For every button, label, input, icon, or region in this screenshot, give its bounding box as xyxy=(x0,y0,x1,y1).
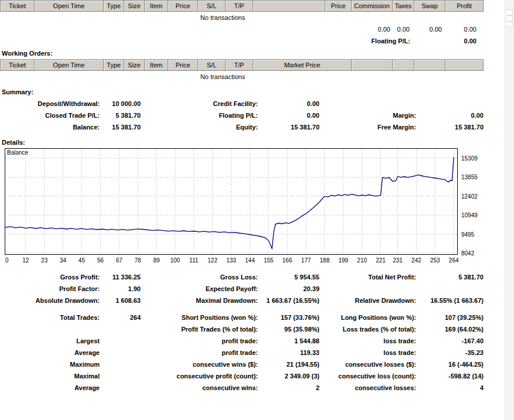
stat-value: 15 381.70 xyxy=(258,121,319,133)
stat-value: 169 (64.02%) xyxy=(416,323,484,335)
x-axis-label: 166 xyxy=(282,257,292,264)
stat-label: Deposit/Withdrawal: xyxy=(0,98,100,110)
x-axis-label: 264 xyxy=(449,257,459,264)
column-header-type: Type xyxy=(104,60,124,70)
x-axis-label: 199 xyxy=(338,257,348,264)
stat-value: 264 xyxy=(100,312,141,323)
stat-label: Balance: xyxy=(0,121,100,133)
column-header-price: Price xyxy=(168,1,198,11)
stat-label xyxy=(0,323,100,335)
x-axis-label: 122 xyxy=(207,257,217,264)
stat-value: 1 608.63 xyxy=(100,295,141,306)
stat-label: consecutive wins: xyxy=(141,382,258,394)
stat-value: 5 381.70 xyxy=(100,110,141,121)
stat-label: Profit Trades (% of total): xyxy=(141,323,258,335)
balance-chart-legend: Balance xyxy=(7,149,28,156)
stat-value xyxy=(100,370,141,382)
stat-value: 16 (-464.25) xyxy=(416,358,484,370)
stat-label: Maximum xyxy=(0,358,100,370)
stats-row: Total Trades:264Short Positions (won %):… xyxy=(0,312,484,323)
stat-label: Average xyxy=(0,382,100,394)
stat-value xyxy=(100,358,141,370)
x-axis-label: 45 xyxy=(79,257,85,264)
stat-label: consecutive loss (count): xyxy=(319,370,416,382)
x-axis-label: 89 xyxy=(153,257,159,264)
stat-value xyxy=(100,382,141,394)
stat-label: Absolute Drawdown: xyxy=(0,295,100,306)
column-header-open-time: Open Time xyxy=(35,60,104,70)
x-axis-label: 23 xyxy=(41,257,47,264)
stat-label xyxy=(319,283,416,295)
column-header-profit: Profit xyxy=(445,1,484,11)
column-header-size: Size xyxy=(124,60,145,70)
stat-label: loss trade: xyxy=(319,347,416,358)
stats-row: Maximalconsecutive profit (count):2 349.… xyxy=(0,370,484,382)
stat-value: 0.00 xyxy=(416,110,484,121)
column-header-blank xyxy=(352,60,393,70)
vertical-scrollbar[interactable] xyxy=(504,0,514,420)
stat-label: consecutive profit (count): xyxy=(141,370,258,382)
stat-label: loss trade: xyxy=(319,335,416,347)
stats-row: Maximumconsecutive wins ($):21 (194.55)c… xyxy=(0,358,484,370)
stat-value: 2 349.09 (3) xyxy=(258,370,319,382)
x-axis-label: 78 xyxy=(135,257,141,264)
stat-value: 5 954.55 xyxy=(258,271,319,283)
stat-label: Floating P/L: xyxy=(141,110,258,121)
column-header-price: Price xyxy=(168,60,198,70)
floating-pl-label: Floating P/L: xyxy=(0,35,414,47)
stat-label: Gross Loss: xyxy=(141,271,258,283)
stat-label: Expected Payoff: xyxy=(141,283,258,295)
stat-value: 1 663.67 (16.55%) xyxy=(258,295,319,306)
stats-row: Profit Factor:1.90Expected Payoff:20.39 xyxy=(0,283,484,295)
swap-total: 0.00 xyxy=(414,23,445,35)
stat-label: Margin: xyxy=(319,110,416,121)
statistics-section: Gross Profit:11 336.25Gross Loss:5 954.5… xyxy=(0,271,504,394)
column-header-blank xyxy=(414,60,445,70)
stat-label: Total Net Profit: xyxy=(319,271,416,283)
stat-value: -35.23 xyxy=(416,347,484,358)
commission-total: 0.00 xyxy=(352,23,393,35)
stat-value: 1.90 xyxy=(100,283,141,295)
stat-value xyxy=(100,347,141,358)
stat-label: Largest xyxy=(0,335,100,347)
column-header-ticket: Ticket xyxy=(0,1,35,11)
x-axis-label: 188 xyxy=(320,257,330,264)
stat-value: 1 544.88 xyxy=(258,335,319,347)
stats-row: Averageprofit trade:119.33loss trade:-35… xyxy=(0,347,484,358)
summary-row: Balance:15 381.70Equity:15 381.70Free Ma… xyxy=(0,121,484,133)
stat-value: 11 336.25 xyxy=(100,271,141,283)
x-axis-label: 0 xyxy=(5,257,9,264)
scrollbar-thumb[interactable] xyxy=(505,9,513,27)
working-orders-table-header: TicketOpen TimeTypeSizeItemPriceS/LT/PMa… xyxy=(0,59,484,71)
column-header-blank xyxy=(393,60,414,70)
summary-section: Deposit/Withdrawal:10 000.00Credit Facil… xyxy=(0,98,504,133)
x-axis-label: 133 xyxy=(226,257,236,264)
floating-pl-row: Floating P/L: 0.00 xyxy=(0,35,484,47)
x-axis-label: 253 xyxy=(430,257,440,264)
stat-value xyxy=(416,98,484,110)
stat-label: Long Positions (won %): xyxy=(319,312,416,323)
column-header-market-price: Market Price xyxy=(253,60,352,70)
stat-label: Closed Trade P/L: xyxy=(0,110,100,121)
stat-value xyxy=(416,283,484,295)
stat-label: Free Margin: xyxy=(319,121,416,133)
stats-row: Averageconsecutive wins:2consecutive los… xyxy=(0,382,484,394)
stat-label: Maximal xyxy=(0,370,100,382)
x-axis-label: 111 xyxy=(189,257,198,264)
column-header-blank xyxy=(253,1,325,11)
stats-row: Absolute Drawdown:1 608.63Maximal Drawdo… xyxy=(0,295,484,306)
totals-spacer xyxy=(0,23,352,35)
stat-value: 10 000.00 xyxy=(100,98,141,110)
y-axis-label: 12402 xyxy=(461,193,478,200)
stat-label: Relative Drawdown: xyxy=(319,295,416,306)
column-header-item: Item xyxy=(145,1,168,11)
stat-label: Gross Profit: xyxy=(0,271,100,283)
stat-value: 20.39 xyxy=(258,283,319,295)
stat-label: Equity: xyxy=(141,121,258,133)
orders-totals-row: 0.000.000.000.00 xyxy=(0,23,484,35)
floating-pl-value: 0.00 xyxy=(414,35,484,47)
profit-total: 0.00 xyxy=(445,23,484,35)
x-axis-label: 144 xyxy=(245,257,255,264)
stat-label: Loss trades (% of total): xyxy=(319,323,416,335)
stat-value: 4 xyxy=(416,382,484,394)
